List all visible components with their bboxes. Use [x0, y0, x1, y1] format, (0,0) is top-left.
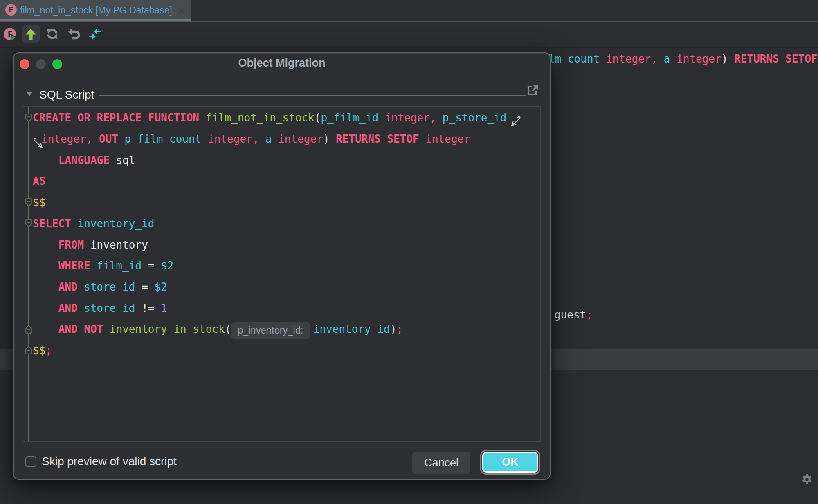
code-token: 1 — [161, 302, 167, 314]
code-token: film_not_in_stock — [206, 112, 315, 124]
sql-code-line[interactable]: AS — [33, 170, 45, 192]
code-token — [436, 112, 443, 124]
sql-code-line[interactable]: $$; — [33, 340, 52, 361]
sql-code-line[interactable]: CREATE OR REPLACE FUNCTION film_not_in_s… — [33, 107, 506, 128]
code-token — [78, 281, 84, 293]
code-token: integer — [425, 133, 470, 145]
code-token: LANGUAGE — [58, 154, 110, 166]
code-token — [33, 302, 58, 314]
run-function-icon[interactable] — [4, 27, 18, 43]
function-file-icon: F — [5, 4, 17, 16]
sql-code-line[interactable]: integer, OUT p_film_count integer, a int… — [41, 128, 470, 150]
code-token: $$ — [33, 344, 45, 356]
code-token — [329, 133, 336, 145]
code-token: lm_count — [548, 53, 600, 65]
undo-icon[interactable] — [67, 26, 82, 41]
background-code-guest: guest; — [554, 304, 593, 325]
fold-start-icon[interactable] — [25, 219, 32, 228]
code-token: integer, — [208, 133, 259, 145]
upload-arrow-icon — [22, 25, 40, 43]
fold-start-icon[interactable] — [25, 198, 32, 207]
refresh-icon[interactable] — [46, 27, 58, 41]
merge-arrows-icon[interactable] — [88, 27, 101, 40]
code-token: ; — [586, 309, 593, 321]
code-token: guest — [554, 309, 586, 321]
code-token: AND — [58, 302, 78, 314]
code-token — [118, 133, 125, 145]
sql-code-line[interactable]: $$ — [33, 192, 45, 213]
code-token — [272, 133, 279, 145]
code-token: = — [142, 260, 161, 272]
code-token: AND — [58, 281, 78, 293]
code-token: ) — [323, 133, 330, 145]
code-token: WHERE — [58, 260, 90, 272]
code-token: SELECT — [33, 217, 71, 230]
code-token: ) — [721, 53, 728, 65]
fold-end-icon[interactable] — [25, 346, 32, 354]
code-token — [33, 323, 58, 335]
sql-code-line[interactable]: FROM inventory — [33, 234, 148, 255]
sql-code-line[interactable]: SELECT inventory_id — [33, 213, 154, 234]
soft-wrap-icon — [33, 137, 45, 150]
skip-preview-label[interactable]: Skip preview of valid script — [42, 456, 177, 467]
tab-film-not-in-stock[interactable]: F film_not_in_stock [My PG Database] — [0, 0, 191, 21]
tab-close-icon[interactable] — [178, 7, 185, 14]
cancel-button[interactable]: Cancel — [412, 452, 470, 474]
open-in-window-icon[interactable] — [527, 84, 539, 96]
code-token: AS — [33, 175, 45, 187]
code-token: integer — [676, 53, 721, 65]
code-token: inventory_in_stock — [110, 323, 225, 335]
code-token — [78, 302, 84, 314]
sql-code-line[interactable]: AND store_id != 1 — [33, 298, 167, 319]
code-token: $2 — [161, 260, 173, 272]
code-token: ; — [396, 323, 403, 335]
code-token: inventory_id — [313, 323, 390, 335]
sql-code-line[interactable]: WHERE film_id = $2 — [33, 255, 173, 276]
section-label: SQL Script — [39, 88, 94, 101]
code-token: a — [265, 133, 272, 145]
background-code-line: lm_count integer, a integer) RETURNS SET… — [548, 48, 818, 69]
code-token — [728, 53, 734, 65]
code-token: ; — [45, 344, 52, 356]
code-token: a — [664, 53, 670, 65]
sql-script-editor[interactable]: CREATE OR REPLACE FUNCTION film_not_in_s… — [23, 106, 541, 442]
code-token: store_id — [84, 281, 135, 293]
code-token: integer, — [606, 53, 657, 65]
settings-gear-icon[interactable] — [801, 474, 813, 485]
ok-button[interactable]: OK — [482, 452, 538, 473]
sql-code-line[interactable]: AND NOT inventory_in_stock(p_inventory_i… — [33, 318, 403, 340]
code-token: sql — [110, 154, 135, 166]
code-token: film_id — [97, 260, 142, 272]
tab-title: film_not_in_stock [My PG Database] — [20, 0, 172, 21]
code-token: OUT — [99, 133, 118, 145]
code-token — [378, 112, 385, 124]
sql-code-line[interactable]: LANGUAGE sql — [33, 150, 135, 171]
code-token — [71, 217, 78, 230]
code-token: integer, — [385, 112, 436, 124]
execute-upload-button[interactable] — [22, 25, 40, 43]
code-token — [33, 260, 58, 272]
code-token: ( — [225, 323, 231, 335]
code-token — [419, 133, 426, 145]
editor-tab-bar: F film_not_in_stock [My PG Database] — [0, 0, 818, 21]
section-separator-line — [99, 95, 526, 96]
section-collapse-arrow-icon[interactable] — [26, 91, 33, 96]
code-token: RETURNS SETOF — [734, 53, 818, 65]
sql-code-line[interactable]: AND store_id = $2 — [33, 276, 167, 298]
fold-start-icon[interactable] — [25, 114, 32, 122]
code-token: $2 — [154, 281, 167, 293]
skip-preview-checkbox[interactable] — [25, 456, 36, 467]
code-token: = — [135, 281, 154, 293]
code-token — [90, 260, 97, 272]
code-token: p_film_count — [125, 133, 202, 145]
soft-wrap-icon — [509, 115, 521, 128]
code-token: store_id — [84, 302, 135, 314]
fold-end-icon[interactable] — [25, 325, 32, 334]
code-token: integer, — [41, 133, 92, 145]
code-token: p_store_id — [443, 112, 507, 124]
code-token — [657, 53, 664, 65]
code-token: $$ — [33, 196, 45, 208]
code-token — [92, 133, 99, 145]
toolbar — [0, 22, 818, 48]
code-token — [201, 133, 208, 145]
